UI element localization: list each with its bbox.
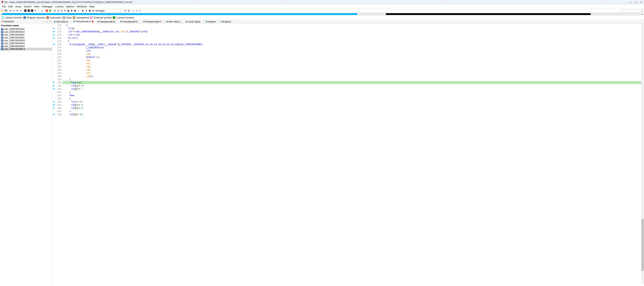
breakpoint-gutter[interactable] [52,106,55,110]
breakpoint-gutter[interactable] [52,33,55,36]
jump-icon[interactable]: ↑ [37,9,40,12]
line-number[interactable]: 132 [55,62,62,65]
nav-segment-code[interactable] [2,13,357,15]
breakpoint-gutter[interactable] [52,55,55,59]
tab-exports[interactable]: Exports▫ [219,20,234,23]
code-line[interactable]: v45, [62,65,644,68]
menu-windows[interactable]: Windows [76,5,88,8]
code-line[interactable]: (int)v49 + 4, [62,55,644,59]
search-hex-icon[interactable]: 🅽 [27,9,30,12]
breakpoint-gutter[interactable] [52,103,55,106]
breakpoint-gutter[interactable] [52,97,55,100]
code-line[interactable]: (_DWORD)v38, [62,46,644,49]
breakpoint-gutter[interactable] [52,36,55,40]
code-line[interactable]: *v43 = |'i'; [62,81,644,84]
nav-right-icon[interactable]: ▸ [642,13,644,15]
tab-pseudocode-d[interactable]: Pseudocode-D▫ [142,20,164,23]
tab-local-types[interactable]: Local Types▫ [184,20,204,23]
tab-pseudocode-c[interactable]: Pseudocode-C▫ [118,20,142,23]
function-item[interactable]: fsub_239FD6D05D8 [0,39,52,42]
line-number[interactable]: 137 [55,78,62,81]
nav-segment-data[interactable] [386,13,590,15]
vertical-scrollbar[interactable] [641,24,644,284]
breakpoint-gutter[interactable] [52,24,55,27]
menu-search[interactable]: Search [23,5,33,8]
line-number[interactable]: 121 [55,27,62,30]
debugger-dropdown[interactable] [114,10,122,12]
diamond-icon[interactable]: ◇ [77,9,80,12]
minimize-button[interactable]: — [630,1,632,4]
function-item[interactable]: fsub_239FD6D0BC4 [0,48,52,51]
x-icon[interactable]: ✖ [70,9,73,12]
line-number[interactable]: 136 [55,75,62,78]
code-line[interactable]: v27(); [62,27,644,30]
menu-view[interactable]: View [33,5,40,8]
debugger-select[interactable]: No debugger [92,10,113,12]
line-number[interactable]: 147 [55,110,62,113]
breakpoint-gutter[interactable] [52,65,55,68]
code-line[interactable]: v43[2] = ' '; [62,87,644,91]
function-item[interactable]: fsub_239FD6D06E4 [0,45,52,48]
code-line[interactable]: *v43 = 'm'; [62,100,644,103]
line-number[interactable]: 146 [55,106,62,110]
line-number[interactable]: 135 [55,71,62,75]
breakpoint-gutter[interactable] [52,84,55,87]
line-number[interactable]: 144 [55,100,62,103]
bars-icon[interactable]: ☰ [60,9,63,12]
line-number[interactable]: 120 [55,24,62,27]
breakpoint-gutter[interactable] [52,46,55,49]
line-number[interactable]: 148 [55,113,62,116]
h-icon[interactable]: ⓗ [64,9,66,12]
menu-lumina[interactable]: Lumina [54,5,64,8]
line-number[interactable]: 124 [55,36,62,40]
code-line[interactable]: v41, [62,59,644,62]
code-line[interactable]: v48) ) [62,75,644,78]
pause-icon[interactable]: ⏸ [85,9,88,12]
line-number[interactable]: 142 [55,94,62,97]
function-item[interactable]: fsub_239FD6D04D8 [0,31,52,33]
code-line[interactable]: } [62,91,644,94]
list-blue-icon[interactable]: ≕ [135,9,138,12]
breakpoint-gutter[interactable] [52,100,55,103]
text-a-icon[interactable]: ⓐ [53,9,56,12]
panel-float-icon[interactable]: ▱ [46,21,48,23]
nav-overview[interactable]: ◂ ▸ [0,13,644,16]
scrollbar-thumb[interactable] [642,219,644,271]
breakpoint-gutter[interactable] [52,52,55,55]
fwd-dd-icon[interactable]: ▾ [19,9,22,12]
menu-file[interactable]: File [1,5,7,8]
functions-column-header[interactable]: Function name [0,23,52,28]
nav-segment-gap[interactable] [357,13,386,15]
code-line[interactable]: { [62,24,644,27]
line-number[interactable]: 128 [55,49,62,52]
code-line[interactable]: v42, [62,62,644,65]
list-red-icon[interactable]: ≔ [132,9,135,12]
breakpoint-gutter[interactable] [52,59,55,62]
search-seq-icon[interactable]: 🆂 [30,9,34,12]
tab-close-icon[interactable]: ⊠ [92,20,94,23]
code-line[interactable]: { [62,78,644,81]
line-number[interactable]: 127 [55,46,62,49]
grid-icon[interactable]: ▦ [67,9,70,12]
line-number[interactable]: 140 [55,87,62,91]
line-number[interactable]: 129 [55,52,62,55]
back-dd-icon[interactable]: ▾ [12,9,16,12]
maximize-button[interactable]: ▢ [635,1,637,4]
save-icon[interactable]: 💾 [4,9,8,12]
breakpoint-gutter[interactable] [52,94,55,97]
code-line[interactable]: else [62,94,644,97]
line-number[interactable]: 123 [55,33,62,36]
breakpoint-gutter[interactable] [52,113,55,116]
line-number[interactable]: 125 [55,40,62,43]
breakpoint-gutter[interactable] [52,87,55,91]
breakpoint-gutter[interactable] [52,75,55,78]
right-dropdown[interactable]: ▾ [621,10,643,12]
breakpoint-gutter[interactable] [52,78,55,81]
menu-edit[interactable]: Edit [8,5,14,8]
breakpoint-gutter[interactable] [52,71,55,75]
nav-left-icon[interactable]: ◂ [0,13,2,15]
breakpoint-gutter[interactable] [52,30,55,33]
list-green-icon[interactable]: ≡ [138,9,142,12]
play-icon[interactable]: ▶ [82,9,84,12]
tab-pseudocode-a[interactable]: Pseudocode-A⊠ [72,20,96,24]
